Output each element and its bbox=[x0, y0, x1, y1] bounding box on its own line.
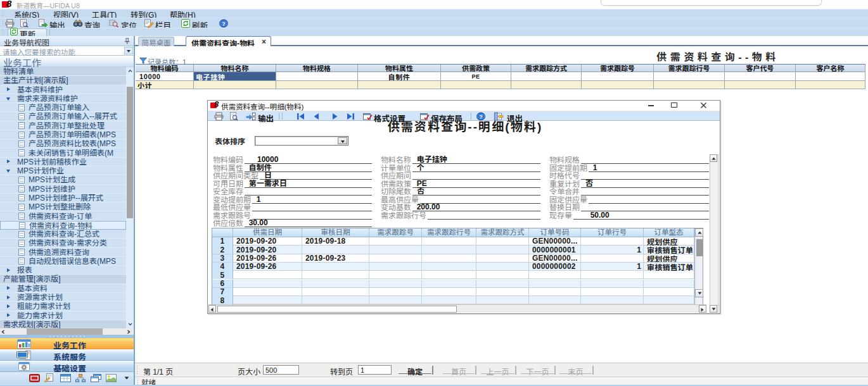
svg-text:?: ? bbox=[222, 21, 226, 27]
